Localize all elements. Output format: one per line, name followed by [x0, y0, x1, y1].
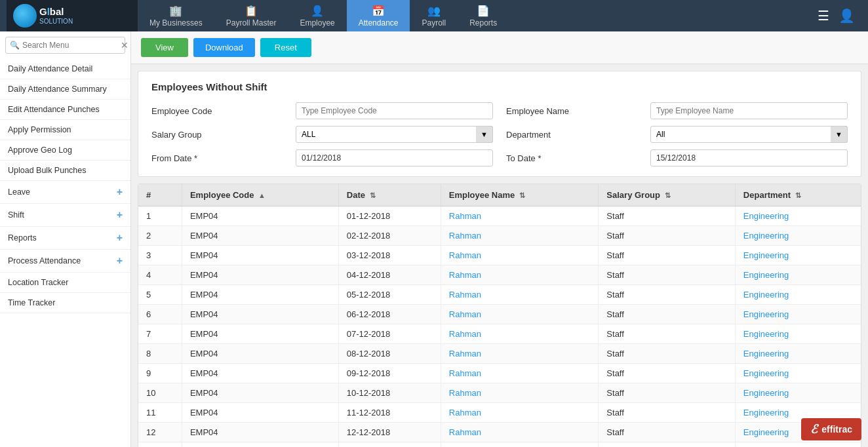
sidebar-item[interactable]: Location Tracker: [0, 273, 130, 293]
sidebar-item[interactable]: Reports+: [0, 227, 130, 250]
sidebar-item[interactable]: Process Attendance+: [0, 250, 130, 273]
user-profile-icon[interactable]: 👤: [838, 8, 855, 24]
cell-department[interactable]: Engineering: [735, 246, 861, 265]
effitrac-e-icon: ℰ: [810, 422, 818, 437]
to-date-input[interactable]: [650, 149, 848, 166]
cell-num: 8: [138, 344, 182, 364]
sidebar-item[interactable]: Upload Bulk Punches: [0, 161, 130, 181]
cell-date: 09-12-2018: [338, 364, 441, 383]
download-button[interactable]: Download: [193, 38, 255, 57]
sidebar: 🔍 ✕ Daily Attendance DetailDaily Attenda…: [0, 31, 131, 447]
salary-group-dropdown-arrow[interactable]: ▼: [476, 126, 493, 143]
cell-salary-group: Staff: [599, 383, 735, 403]
employee-code-input[interactable]: [296, 102, 493, 119]
sidebar-item-label: Process Attendance: [8, 256, 81, 265]
sidebar-item-label: Apply Permission: [8, 125, 71, 134]
sidebar-item[interactable]: Daily Attendance Detail: [0, 59, 130, 79]
cell-num: 2: [138, 226, 182, 246]
nav-label-payroll-master: Payroll Master: [226, 18, 277, 28]
nav-label-employee: Employee: [300, 18, 334, 28]
table-row: 13 EMP04 13-12-2018 Rahman Staff Enginee…: [138, 442, 861, 448]
search-box[interactable]: 🔍 ✕: [5, 37, 125, 54]
cell-department[interactable]: Engineering: [735, 305, 861, 324]
salary-group-wrapper: ALL ▼: [296, 126, 493, 143]
nav-item-payroll-master[interactable]: 📋 Payroll Master: [214, 0, 288, 31]
department-select[interactable]: All: [650, 126, 848, 143]
employee-name-wrapper: [650, 102, 848, 119]
cell-department[interactable]: Engineering: [735, 364, 861, 383]
sidebar-item[interactable]: Edit Attendance Punches: [0, 100, 130, 120]
search-input[interactable]: [22, 41, 121, 50]
from-date-input[interactable]: [296, 149, 493, 166]
cell-emp-name[interactable]: Rahman: [441, 442, 599, 448]
nav-item-employee[interactable]: 👤 Employee: [288, 0, 346, 31]
cell-emp-name[interactable]: Rahman: [441, 423, 599, 442]
view-button[interactable]: View: [141, 38, 188, 57]
cell-department[interactable]: Engineering: [735, 206, 861, 226]
cell-emp-name[interactable]: Rahman: [441, 383, 599, 403]
col-department[interactable]: Department ⇅: [735, 184, 861, 206]
sidebar-item[interactable]: Approve Geo Log: [0, 140, 130, 161]
sidebar-item-label: Location Tracker: [8, 278, 68, 287]
cell-department[interactable]: Engineering: [735, 344, 861, 364]
cell-emp-name[interactable]: Rahman: [441, 265, 599, 285]
cell-date: 08-12-2018: [338, 344, 441, 364]
sidebar-item-label: Time Tracker: [8, 298, 55, 307]
cell-date: 02-12-2018: [338, 226, 441, 246]
sidebar-item[interactable]: Shift+: [0, 204, 130, 227]
cell-emp-name[interactable]: Rahman: [441, 364, 599, 383]
employee-code-label: Employee Code: [151, 106, 283, 116]
cell-date: 13-12-2018: [338, 442, 441, 448]
department-dropdown-arrow[interactable]: ▼: [831, 126, 848, 143]
cell-emp-code: EMP04: [182, 206, 338, 226]
nav-item-my-businesses[interactable]: 🏢 My Businesses: [138, 0, 214, 31]
sidebar-item[interactable]: Leave+: [0, 181, 130, 204]
from-date-wrapper: [296, 149, 493, 166]
cell-department[interactable]: Engineering: [735, 265, 861, 285]
cell-emp-name[interactable]: Rahman: [441, 226, 599, 246]
logo-area: Glbal SOLUTION: [7, 0, 138, 31]
sidebar-item[interactable]: Daily Attendance Summary: [0, 79, 130, 100]
cell-emp-name[interactable]: Rahman: [441, 403, 599, 423]
sidebar-plus-icon[interactable]: +: [117, 255, 123, 267]
cell-emp-name[interactable]: Rahman: [441, 285, 599, 305]
cell-emp-name[interactable]: Rahman: [441, 246, 599, 265]
cell-department[interactable]: Engineering: [735, 383, 861, 403]
col-employee-code[interactable]: Employee Code ▲: [182, 184, 338, 206]
cell-emp-code: EMP04: [182, 403, 338, 423]
cell-emp-name[interactable]: Rahman: [441, 305, 599, 324]
reset-button[interactable]: Reset: [260, 38, 311, 57]
table-row: 4 EMP04 04-12-2018 Rahman Staff Engineer…: [138, 265, 861, 285]
sidebar-plus-icon[interactable]: +: [117, 232, 123, 244]
sidebar-item[interactable]: Apply Permission: [0, 120, 130, 140]
salary-group-select[interactable]: ALL: [296, 126, 493, 143]
col-employee-name[interactable]: Employee Name ⇅: [441, 184, 599, 206]
nav-item-attendance[interactable]: 📅 Attendance: [347, 0, 410, 31]
col-salary-group[interactable]: Salary Group ⇅: [599, 184, 735, 206]
my-businesses-icon: 🏢: [169, 5, 182, 17]
sidebar-item[interactable]: Time Tracker: [0, 293, 130, 313]
cell-department[interactable]: Engineering: [735, 324, 861, 344]
nav-item-reports[interactable]: 📄 Reports: [458, 0, 509, 31]
nav-item-payroll[interactable]: 👥 Payroll: [410, 0, 458, 31]
close-icon[interactable]: ✕: [121, 40, 128, 50]
sidebar-plus-icon[interactable]: +: [117, 186, 123, 198]
cell-emp-name[interactable]: Rahman: [441, 344, 599, 364]
cell-num: 7: [138, 324, 182, 344]
cell-date: 11-12-2018: [338, 403, 441, 423]
cell-emp-name[interactable]: Rahman: [441, 206, 599, 226]
cell-salary-group: Staff: [599, 442, 735, 448]
cell-emp-code: EMP04: [182, 344, 338, 364]
sort-icon-salary-group: ⇅: [665, 191, 671, 199]
cell-department[interactable]: Engineering: [735, 442, 861, 448]
col-date[interactable]: Date ⇅: [338, 184, 441, 206]
cell-salary-group: Staff: [599, 423, 735, 442]
cell-department[interactable]: Engineering: [735, 226, 861, 246]
cell-department[interactable]: Engineering: [735, 285, 861, 305]
sidebar-plus-icon[interactable]: +: [117, 209, 123, 221]
menu-lines-icon[interactable]: ☰: [818, 8, 829, 24]
cell-emp-name[interactable]: Rahman: [441, 324, 599, 344]
logo-title: Glbal: [39, 6, 64, 17]
employee-name-input[interactable]: [650, 102, 848, 119]
table-row: 7 EMP04 07-12-2018 Rahman Staff Engineer…: [138, 324, 861, 344]
